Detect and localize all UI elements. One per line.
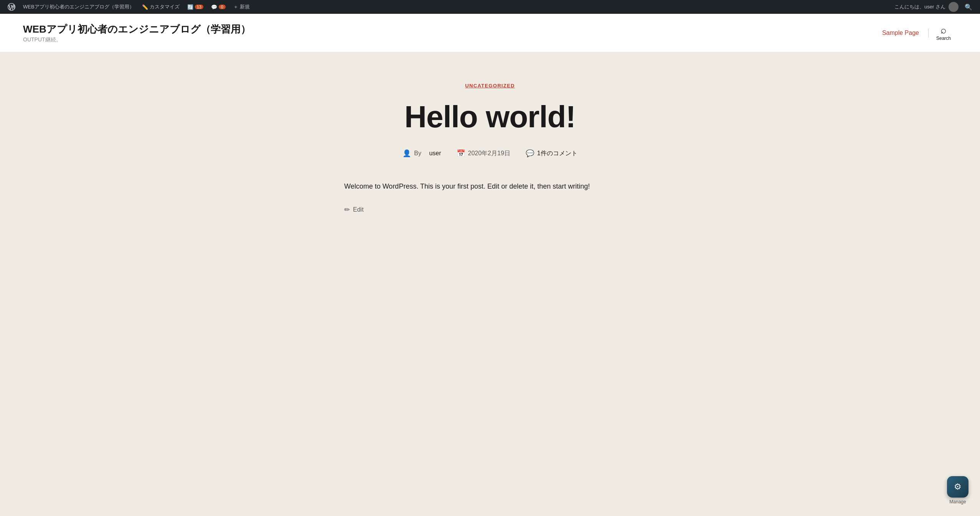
post-content: Welcome to WordPress. This is your first…: [344, 181, 636, 215]
edit-link[interactable]: ✏ Edit: [344, 204, 636, 216]
sample-page-link[interactable]: Sample Page: [874, 30, 927, 36]
admin-bar-right: こんにちは、user さん 🔍: [894, 2, 975, 12]
updates-count: 13: [195, 5, 203, 9]
customize-icon: ✏️: [142, 4, 148, 10]
main-content: UNCATEGORIZED Hello world! 👤 By user 📅 2…: [0, 52, 980, 516]
author-prefix: By: [414, 150, 421, 157]
site-branding: WEBアプリ初心者のエンジニアブログ（学習用） OUTPUT継続。: [23, 23, 874, 43]
site-nav: Sample Page ⌕ Search: [874, 25, 957, 41]
admin-bar-left: WEBアプリ初心者のエンジニアブログ（学習用） ✏️ カスタマイズ 🔄 13 💬…: [5, 0, 894, 14]
manage-icon: ⚙: [954, 482, 962, 492]
post-body-text: Welcome to WordPress. This is your first…: [344, 181, 636, 192]
plus-icon: ＋: [233, 3, 238, 10]
manage-widget[interactable]: ⚙ Manage: [947, 476, 968, 504]
edit-icon: ✏: [344, 204, 350, 216]
post-date: 2020年2月19日: [468, 150, 510, 158]
customize-label: カスタマイズ: [150, 3, 180, 10]
author-icon: 👤: [403, 149, 411, 158]
comments-count: 0: [219, 5, 226, 9]
admin-greeting: こんにちは、user さん: [894, 3, 945, 10]
updates-link[interactable]: 🔄 13: [184, 0, 206, 14]
avatar[interactable]: [949, 2, 959, 12]
manage-icon-container: ⚙: [947, 476, 968, 498]
calendar-icon: 📅: [457, 149, 465, 158]
search-icon: ⌕: [940, 25, 947, 35]
post-category[interactable]: UNCATEGORIZED: [465, 83, 515, 89]
wp-logo-icon: [8, 3, 15, 11]
new-content-link[interactable]: ＋ 新規: [230, 0, 253, 14]
new-label: 新規: [240, 3, 250, 10]
updates-icon: 🔄: [187, 4, 193, 10]
customize-link[interactable]: ✏️ カスタマイズ: [139, 0, 183, 14]
wp-logo-link[interactable]: [5, 0, 18, 14]
post-title: Hello world!: [404, 100, 576, 134]
post-comments-meta: 💬 1件のコメント: [526, 149, 577, 158]
site-title[interactable]: WEBアプリ初心者のエンジニアブログ（学習用）: [23, 23, 874, 36]
post-date-meta: 📅 2020年2月19日: [457, 149, 510, 158]
manage-label: Manage: [949, 499, 966, 504]
search-button[interactable]: ⌕ Search: [930, 25, 957, 41]
post-author-meta: 👤 By user: [403, 149, 441, 158]
nav-divider: [928, 28, 929, 38]
site-description: OUTPUT継続。: [23, 36, 61, 43]
comments-link[interactable]: 1件のコメント: [537, 150, 577, 158]
comment-icon: 💬: [526, 149, 534, 158]
site-header: WEBアプリ初心者のエンジニアブログ（学習用） OUTPUT継続。 Sample…: [0, 14, 980, 52]
admin-bar: WEBアプリ初心者のエンジニアブログ（学習用） ✏️ カスタマイズ 🔄 13 💬…: [0, 0, 980, 14]
comments-icon: 💬: [211, 4, 217, 10]
author-link[interactable]: user: [429, 150, 441, 157]
admin-site-name: WEBアプリ初心者のエンジニアブログ（学習用）: [23, 3, 134, 10]
admin-site-name-link[interactable]: WEBアプリ初心者のエンジニアブログ（学習用）: [20, 0, 137, 14]
admin-search-icon[interactable]: 🔍: [962, 3, 975, 11]
post-meta: 👤 By user 📅 2020年2月19日 💬 1件のコメント: [403, 149, 577, 158]
comments-link[interactable]: 💬 0: [208, 0, 229, 14]
edit-label: Edit: [353, 204, 364, 215]
search-label: Search: [936, 36, 951, 41]
